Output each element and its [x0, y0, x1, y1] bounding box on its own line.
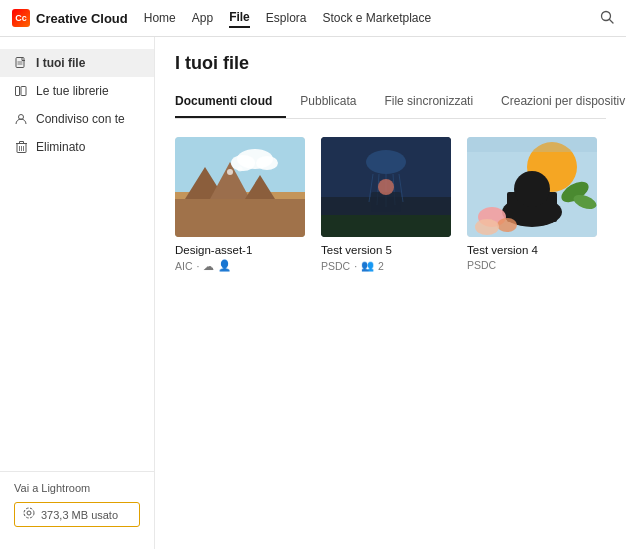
main-layout: I tuoi file Le tue librerie	[0, 37, 626, 549]
tab-bar: Documenti cloud Pubblicata File sincroni…	[175, 88, 606, 119]
sidebar-items: I tuoi file Le tue librerie	[0, 49, 154, 463]
sidebar: I tuoi file Le tue librerie	[0, 37, 155, 549]
settings-icon	[23, 507, 35, 522]
svg-point-25	[231, 155, 255, 171]
svg-rect-39	[321, 215, 451, 237]
search-icon[interactable]	[600, 10, 614, 27]
nav-stock[interactable]: Stock e Marketplace	[322, 9, 431, 27]
sidebar-item-eliminato[interactable]: Eliminato	[0, 133, 154, 161]
sidebar-item-label: Le tue librerie	[36, 84, 109, 98]
sidebar-item-label: I tuoi file	[36, 56, 85, 70]
top-navigation: Cc Creative Cloud Home App File Esplora …	[0, 0, 626, 37]
svg-point-47	[475, 219, 499, 235]
nav-app[interactable]: App	[192, 9, 213, 27]
file-dot-2: ·	[354, 260, 357, 272]
file-thumbnail-2	[321, 137, 451, 237]
svg-point-27	[227, 169, 233, 175]
svg-point-16	[27, 511, 31, 515]
file-count-2: 2	[378, 260, 384, 272]
file-thumbnail-1	[175, 137, 305, 237]
file-card-test-v5[interactable]: Test version 5 PSDC · 👥 2	[321, 137, 451, 272]
share-icon: 👥	[361, 259, 374, 272]
brand-label: Creative Cloud	[36, 11, 128, 26]
shared-icon	[14, 112, 28, 126]
svg-rect-2	[16, 57, 24, 67]
tab-pubblicata[interactable]: Pubblicata	[300, 88, 370, 118]
file-name-1: Design-asset-1	[175, 244, 305, 256]
sidebar-item-librerie[interactable]: Le tue librerie	[0, 77, 154, 105]
sidebar-item-label: Eliminato	[36, 140, 85, 154]
trash-icon	[14, 140, 28, 154]
file-name-2: Test version 5	[321, 244, 451, 256]
svg-point-28	[238, 167, 243, 172]
file-type-3: PSDC	[467, 259, 496, 271]
svg-point-44	[514, 171, 550, 207]
tab-file-sincronizzati[interactable]: File sincronizzati	[384, 88, 487, 118]
svg-line-1	[610, 19, 614, 23]
sidebar-item-label: Condiviso con te	[36, 112, 125, 126]
page-title: I tuoi file	[175, 53, 606, 74]
sidebar-bottom: Vai a Lightroom 373,3 MB usato	[0, 471, 154, 537]
file-card-design-asset[interactable]: Design-asset-1 AIC · ☁ 👤	[175, 137, 305, 272]
svg-rect-6	[21, 86, 26, 95]
nav-esplora[interactable]: Esplora	[266, 9, 307, 27]
main-content: I tuoi file Documenti cloud Pubblicata F…	[155, 37, 626, 549]
svg-rect-50	[467, 137, 597, 152]
storage-badge[interactable]: 373,3 MB usato	[14, 502, 140, 527]
svg-rect-5	[16, 86, 20, 95]
file-meta-3: PSDC	[467, 259, 597, 271]
svg-point-17	[24, 508, 34, 518]
tab-documenti-cloud[interactable]: Documenti cloud	[175, 88, 286, 118]
nav-file[interactable]: File	[229, 8, 250, 28]
vai-lightroom-link[interactable]: Vai a Lightroom	[14, 482, 140, 494]
library-icon	[14, 84, 28, 98]
nav-links: Home App File Esplora Stock e Marketplac…	[144, 8, 584, 28]
file-grid: Design-asset-1 AIC · ☁ 👤	[175, 137, 606, 272]
storage-label: 373,3 MB usato	[41, 509, 118, 521]
brand: Cc Creative Cloud	[12, 9, 128, 27]
sidebar-item-tuoi-file[interactable]: I tuoi file	[0, 49, 154, 77]
file-type-1: AIC	[175, 260, 193, 272]
file-name-3: Test version 4	[467, 244, 597, 256]
svg-rect-20	[175, 199, 305, 237]
brand-icon: Cc	[12, 9, 30, 27]
person-icon: 👤	[218, 259, 231, 272]
tab-creazioni-mobili[interactable]: Creazioni per dispositivi mobili	[501, 88, 626, 118]
file-type-2: PSDC	[321, 260, 350, 272]
file-dot-1: ·	[197, 260, 200, 272]
nav-home[interactable]: Home	[144, 9, 176, 27]
file-thumbnail-3	[467, 137, 597, 237]
file-meta-2: PSDC · 👥 2	[321, 259, 451, 272]
svg-point-46	[497, 218, 517, 232]
file-icon	[14, 56, 28, 70]
svg-point-26	[256, 156, 278, 170]
svg-point-38	[378, 179, 394, 195]
file-meta-1: AIC · ☁ 👤	[175, 259, 305, 272]
cloud-icon: ☁	[203, 260, 214, 272]
file-card-test-v4[interactable]: Test version 4 PSDC	[467, 137, 597, 272]
svg-point-31	[366, 150, 406, 174]
sidebar-item-condiviso[interactable]: Condiviso con te	[0, 105, 154, 133]
